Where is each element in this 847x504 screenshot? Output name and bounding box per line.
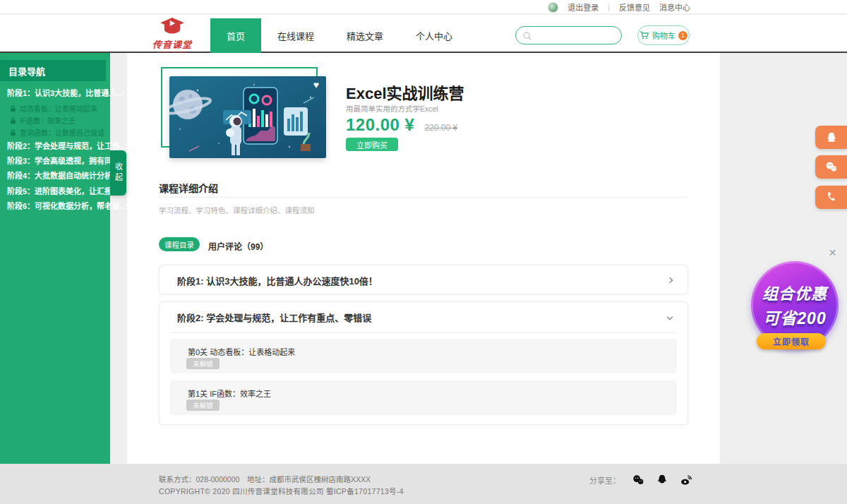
topbar: 退出登录 | 反馈意见 消息中心 [0,0,847,14]
page: 退出登录 | 反馈意见 消息中心 传音课堂 CHUANYINKETANG 首页 … [0,0,847,504]
sidebar-stage-4-label: 阶段4：大批数据自动统计分析，... [7,169,126,181]
course-original-price: 220.00 ¥ [424,123,457,133]
sidebar-stage-6[interactable]: 阶段6：可视化数据分析，帮老板... [7,200,106,211]
accordion-stage-2-header[interactable]: 阶段2: 学会处理与规范，让工作有重点、零错误 [177,302,672,332]
share-weibo-icon[interactable] [679,474,693,486]
favorite-heart-icon[interactable]: ♥ [313,79,319,90]
wechat-icon [824,160,838,174]
tab-user-comments[interactable]: 用户评论（99） [208,240,268,252]
nav-item-profile[interactable]: 个人中心 [400,18,469,53]
site-logo[interactable]: 传音课堂 CHUANYINKETANG [151,17,193,54]
qq-icon [825,131,838,144]
logout-link[interactable]: 退出登录 [567,1,599,13]
sidebar-lesson-2[interactable]: IF函数：效率之王 [10,115,106,126]
footer-copyright: COPYRIGHT© 2020 四川传音课堂科技有限公司 蜀ICP备170177… [159,486,404,496]
phone-icon [825,191,837,203]
sidebar-stage-1-label: 阶段1：认识3大技能，比普通人... [7,87,123,98]
price-row: 120.00 ¥ 220.00 ¥ [346,115,457,135]
lesson-item-1[interactable]: 第1关 IF函数：效率之王 未解锁 [170,380,677,415]
sidebar-stage-5-label: 阶段5：进阶图表美化，让汇报一... [7,185,126,196]
share-qq-icon[interactable] [656,474,668,486]
logo-icon [159,17,186,35]
user-avatar[interactable] [548,2,558,13]
cart-badge: 1 [678,31,687,40]
course-price: 120.00 ¥ [346,115,414,135]
logo-title: 传音课堂 [151,37,193,51]
sidebar-lesson-3[interactable]: 查询函数：让数据自己说话 [10,127,106,138]
promo-claim-button[interactable]: 立即领取 [757,333,826,349]
cart-label: 购物车 [652,30,675,41]
lesson-locked-button[interactable]: 未解锁 [186,358,220,369]
share-label: 分享至： [589,474,620,486]
accordion-divider [170,332,677,333]
detail-summary: 学习流程、学习特色、课程详细介绍、课程须知 [159,205,315,215]
course-illustration [169,76,326,158]
lock-icon [10,105,16,112]
accordion-stage-1-title: 阶段1: 认识3大技能，比普通人办公速度快10倍！ [177,274,378,287]
lesson-title: 第1关 IF函数：效率之王 [188,388,271,399]
footer-contact: 联系方式：028-0000000 地址：成都市武侯区槐树店南路XXXX [159,474,371,484]
nav-item-articles[interactable]: 精选文章 [330,18,400,53]
sidebar-stage-2[interactable]: 阶段2：学会处理与规范，让工作... [7,140,106,151]
footer: 联系方式：028-0000000 地址：成都市武侯区槐树店南路XXXX COPY… [0,464,847,504]
share-wechat-icon[interactable] [631,474,645,486]
sidebar-lesson-2-label: IF函数：效率之王 [20,115,76,126]
feedback-link[interactable]: 反馈意见 [619,1,650,13]
sidebar-lesson-1-label: 动态看板：让表格动起来 [20,103,97,114]
sidebar-collapse-tab[interactable]: 收起 [110,150,126,196]
lock-icon [10,129,16,136]
promo-text-line2: 可省200 [763,305,826,329]
sidebar-lesson-1[interactable]: 动态看板：让表格动起来 [10,103,106,114]
nav-item-courses[interactable]: 在线课程 [261,18,330,53]
promo-close-icon[interactable]: × [829,246,836,259]
topbar-divider: | [608,3,610,11]
chevron-down-icon [667,314,673,320]
sidebar-stage-3[interactable]: 阶段3：学会高级透视，拥有同时... [7,155,106,166]
qq-contact-button[interactable] [815,126,847,149]
sidebar-stage-6-label: 阶段6：可视化数据分析，帮老板... [7,200,126,211]
sidebar-lesson-3-label: 查询函数：让数据自己说话 [20,127,104,138]
sidebar-stage-2-label: 阶段2：学会处理与规范，让工作... [7,140,126,151]
course-title: Excel实战训练营 [346,80,464,103]
lesson-title: 第0关 动态看板：让表格动起来 [188,346,295,357]
catalog-sidebar: 目录导航 阶段1：认识3大技能，比普通人... 动态看板：让表格动起来 IF函数… [0,53,110,464]
cart-button[interactable]: 购物车 1 [637,25,690,45]
sidebar-title: 目录导航 [0,60,106,81]
main-nav: 首页 在线课程 精选文章 个人中心 [210,18,469,53]
course-cover-image[interactable]: ♥ [169,76,326,158]
course-subtitle: 用最简单实用的方式学Excel [346,103,438,114]
phone-contact-button[interactable] [815,186,847,209]
section-divider [159,197,688,198]
wechat-contact-button[interactable] [815,155,847,179]
messages-link[interactable]: 消息中心 [659,1,690,13]
lesson-locked-button[interactable]: 未解锁 [186,400,220,411]
sidebar-stage-5[interactable]: 阶段5：进阶图表美化，让汇报一... [7,185,106,196]
share-bar: 分享至： [589,474,693,486]
search-box: 搜索 [515,26,622,44]
lock-icon [10,117,16,124]
accordion-stage-2-title: 阶段2: 学会处理与规范，让工作有重点、零错误 [177,311,371,324]
sidebar-stage-1[interactable]: 阶段1：认识3大技能，比普通人... [7,87,106,98]
sidebar-stage-3-label: 阶段3：学会高级透视，拥有同时... [7,155,126,166]
search-icon [522,31,532,41]
lesson-item-0[interactable]: 第0关 动态看板：让表格动起来 未解锁 [170,339,677,373]
accordion-stage-1[interactable]: 阶段1: 认识3大技能，比普通人办公速度快10倍！ [159,265,688,294]
detail-section-title: 课程详细介绍 [159,181,218,195]
header: 传音课堂 CHUANYINKETANG 首页 在线课程 精选文章 个人中心 搜索… [0,15,847,53]
cart-icon [639,30,649,40]
promo-text-line1: 组合优惠 [762,281,827,304]
buy-now-button[interactable]: 立即购买 [346,138,398,151]
accordion-stage-2: 阶段2: 学会处理与规范，让工作有重点、零错误 第0关 动态看板：让表格动起来 … [159,301,688,425]
sidebar-stage-4[interactable]: 阶段4：大批数据自动统计分析，... [7,169,106,181]
nav-item-home[interactable]: 首页 [210,18,261,53]
tab-course-catalog[interactable]: 课程目录 [159,237,200,251]
chevron-right-icon [667,277,673,283]
